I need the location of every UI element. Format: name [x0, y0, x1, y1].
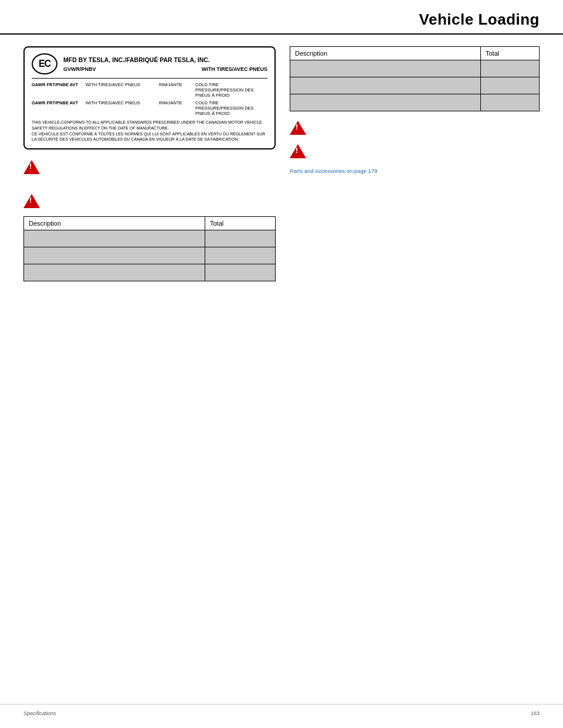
bottom-table-wrap: Description Total: [23, 216, 276, 281]
gawr-pressure-2: COLD TIRE PRESSURE/PRESSION DES PNEUS À …: [195, 100, 267, 116]
gawr-row-1: GAWR FRT/PNBE AVT WITH TIRES/AVEC PNEUS …: [32, 82, 267, 98]
bottom-row1-desc: [24, 230, 205, 247]
top-right-table: Description Total: [290, 46, 540, 111]
warning-icon-left-1: [23, 159, 40, 175]
row2-total: [481, 77, 540, 94]
left-column: EC MFD BY TESLA, INC./FABRIQUÉ PAR TESLA…: [23, 46, 276, 182]
warning-section-right-1: [290, 120, 540, 136]
warning-icon-right-1: [290, 120, 306, 136]
bottom-col-desc-header: Description: [24, 217, 205, 230]
bottom-row1-total: [205, 230, 276, 247]
two-col-bottom: Description Total: [0, 188, 563, 290]
col-description-header: Description: [290, 47, 481, 60]
table-row: [24, 230, 276, 247]
bottom-col-total-header: Total: [205, 217, 276, 230]
row3-desc: [290, 94, 481, 111]
table-row: [290, 60, 540, 77]
link-paragraph: Parts and Accessories on page 179: [290, 166, 540, 175]
gawr-rim-1: RIM/JANTE: [159, 82, 194, 87]
bottom-right-col: [290, 188, 540, 290]
gawr-tires-1: WITH TIRES/AVEC PNEUS: [86, 82, 158, 87]
gawr-label-2: GAWR FRT/PNBE AVT: [32, 100, 84, 106]
page-title: Vehicle Loading: [419, 11, 540, 29]
table-header-row: Description Total: [290, 47, 540, 60]
warning-text-left-1: [46, 159, 276, 164]
row1-desc: [290, 60, 481, 77]
warning-icon-bottom: [23, 193, 40, 209]
parts-accessories-link[interactable]: Parts and Accessories on page 179: [290, 168, 377, 174]
row3-total: [481, 94, 540, 111]
ec-logo: EC: [32, 53, 57, 74]
bottom-row3-total: [205, 264, 276, 281]
bottom-row2-desc: [24, 247, 205, 264]
tesla-label-header: EC MFD BY TESLA, INC./FABRIQUÉ PAR TESLA…: [32, 53, 267, 79]
gawr-pressure-1: COLD TIRE PRESSURE/PRESSION DES PNEUS À …: [195, 82, 267, 98]
col-total-header: Total: [481, 47, 540, 60]
manufacturer-line: MFD BY TESLA, INC./FABRIQUÉ PAR TESLA, I…: [63, 56, 267, 64]
warning-text-right-2: [312, 143, 540, 148]
warning-text-right-1: [312, 120, 540, 124]
footer-label: Specifications: [23, 710, 56, 716]
row2-desc: [290, 77, 481, 94]
right-column: Description Total: [290, 46, 540, 182]
bottom-table-header: Description Total: [24, 217, 276, 230]
page-content: EC MFD BY TESLA, INC./FABRIQUÉ PAR TESLA…: [0, 35, 563, 182]
tesla-label-title-block: MFD BY TESLA, INC./FABRIQUÉ PAR TESLA, I…: [63, 56, 267, 72]
page-header: Vehicle Loading: [0, 0, 563, 35]
table-row: [290, 94, 540, 111]
table-row: [24, 264, 276, 281]
footer-page: 163: [531, 710, 540, 716]
bottom-table: Description Total: [23, 216, 276, 281]
gawr-tires-2: WITH TIRES/AVEC PNEUS: [86, 100, 158, 106]
warning-section-left-1: [23, 159, 276, 175]
bottom-row2-total: [205, 247, 276, 264]
tesla-label-box: EC MFD BY TESLA, INC./FABRIQUÉ PAR TESLA…: [23, 46, 276, 149]
warning-text-bottom: [46, 193, 276, 198]
gawr-row-2: GAWR FRT/PNBE AVT WITH TIRES/AVEC PNEUS …: [32, 100, 267, 116]
row1-total: [481, 60, 540, 77]
compliance-text: THIS VEHICLE CONFORMS TO ALL APPLICABLE …: [32, 120, 267, 142]
warning-section-bottom: [23, 193, 276, 209]
gawr-label-1: GAWR FRT/PNBE AVT: [32, 82, 84, 87]
gvwr-line: GVWR/PNBV WITH TIRES/AVEC PNEUS: [63, 66, 267, 72]
bottom-row3-desc: [24, 264, 205, 281]
warning-icon-right-2: [290, 143, 306, 159]
gawr-rim-2: RIM/JANTE: [159, 100, 194, 106]
gvwr-label: GVWR/PNBV: [63, 66, 96, 72]
table-row: [24, 247, 276, 264]
tires-label: WITH TIRES/AVEC PNEUS: [202, 66, 267, 72]
warning-section-right-2: [290, 143, 540, 159]
page-footer: Specifications 163: [0, 704, 563, 722]
table-row: [290, 77, 540, 94]
bottom-left-col: Description Total: [23, 188, 276, 290]
